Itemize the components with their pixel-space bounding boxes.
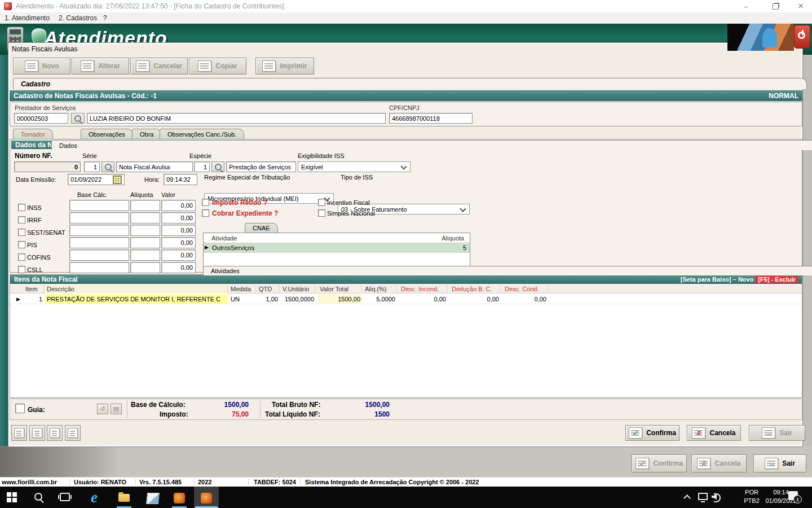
- calendar-icon[interactable]: [113, 176, 122, 184]
- especie-search-button[interactable]: [211, 161, 224, 172]
- medida-cell: UN: [229, 294, 256, 304]
- base-field[interactable]: [69, 212, 129, 224]
- hora-field[interactable]: 09:14:32: [164, 174, 197, 185]
- serie-search-button[interactable]: [102, 161, 114, 172]
- sair-button-inner[interactable]: → Sair: [749, 425, 805, 441]
- outer-confirma-button[interactable]: ✓ Confirma: [632, 454, 687, 472]
- menu-help[interactable]: ?: [103, 14, 107, 22]
- app-orange-active-taskbar-button[interactable]: [194, 487, 219, 508]
- valor-field[interactable]: 0,00: [161, 225, 196, 236]
- valor-field[interactable]: 0,00: [161, 249, 196, 261]
- tab-cadastro[interactable]: Cadastro: [13, 78, 807, 89]
- print-guia-button[interactable]: ▤: [111, 404, 122, 414]
- copiar-button[interactable]: Copiar: [189, 58, 246, 75]
- tab-observacoes[interactable]: Observações: [81, 129, 133, 139]
- network-tray-icon[interactable]: [698, 493, 708, 500]
- guia-checkbox[interactable]: [15, 404, 25, 413]
- explorer-taskbar-button[interactable]: [114, 489, 134, 508]
- language-indicator[interactable]: POR PTB2: [742, 488, 761, 506]
- base-field[interactable]: [69, 262, 129, 273]
- tab-atividades[interactable]: Atividades: [203, 266, 812, 275]
- prestador-code-field[interactable]: 000002503: [14, 113, 68, 124]
- base-field[interactable]: [69, 249, 129, 261]
- valor-field[interactable]: 0,00: [161, 212, 196, 224]
- restore-button[interactable]: [762, 0, 788, 12]
- tab-obra[interactable]: Obra: [132, 129, 161, 139]
- nav-prev-button[interactable]: [29, 425, 45, 441]
- outer-confirma-icon: ✓: [636, 458, 649, 469]
- irrf-checkbox[interactable]: [18, 216, 25, 224]
- itens-panel: Itens da Nota Fiscal [Seta para Baixo] –…: [10, 274, 802, 398]
- sest-checkbox[interactable]: [18, 229, 25, 236]
- numero-nf-field[interactable]: 0: [14, 161, 81, 172]
- item-row[interactable]: ▶ 1 PRESTAÇÃO DE SERVIÇOS DE MONITOR I, …: [10, 294, 802, 304]
- confirma-button[interactable]: ✓ Confirma: [625, 425, 679, 441]
- refresh-guia-button[interactable]: ↺: [97, 404, 108, 414]
- minimize-button[interactable]: –: [733, 0, 759, 12]
- aliquota-field[interactable]: [130, 237, 160, 248]
- exigibilidade-select[interactable]: Exigível: [298, 161, 411, 172]
- power-button[interactable]: [794, 25, 810, 49]
- imprimir-button[interactable]: Imprimir: [255, 58, 314, 75]
- alterar-button[interactable]: Alterar: [72, 58, 129, 75]
- cpf-field[interactable]: 46668987000118: [389, 113, 473, 124]
- aliquota-field[interactable]: [130, 212, 160, 224]
- valor-field[interactable]: 0,00: [161, 237, 196, 248]
- especie-field[interactable]: 1: [194, 161, 210, 172]
- prestador-search-button[interactable]: [71, 113, 85, 124]
- prestador-name-field[interactable]: LUZIA RIBEIRO DO BONFIM: [87, 113, 386, 124]
- tab-tomador[interactable]: Tomador: [13, 129, 53, 139]
- serie-desc-field[interactable]: Nota Fiscal Avulsa: [116, 161, 193, 172]
- nav-first-button[interactable]: [11, 425, 27, 441]
- close-button[interactable]: ×: [789, 0, 812, 12]
- inss-checkbox[interactable]: [18, 204, 25, 211]
- aliquota-field[interactable]: [130, 249, 160, 261]
- ie-taskbar-button[interactable]: e: [86, 489, 103, 506]
- atividades-grid: Atividade Aliquota ▶ OutrosServiços 5: [203, 233, 470, 269]
- cofins-checkbox[interactable]: [18, 253, 25, 261]
- imposto-retido-checkbox[interactable]: [202, 199, 209, 206]
- nav-next-button[interactable]: [47, 425, 63, 441]
- outer-cancela-button[interactable]: ✗ Cancela: [691, 454, 747, 472]
- item-cell: 1: [24, 294, 44, 304]
- valor-field[interactable]: 0,00: [161, 200, 196, 211]
- cancelar-button[interactable]: Cancelar: [130, 58, 188, 75]
- aliquota-field[interactable]: [130, 225, 160, 236]
- valor-field[interactable]: 0,00: [161, 262, 196, 273]
- taskbar-search-button[interactable]: [34, 492, 44, 502]
- menu-cadastros[interactable]: 2. Cadastros: [59, 14, 97, 22]
- tray-chevron-button[interactable]: [683, 494, 691, 500]
- cancela-button[interactable]: ✗ Cancela: [687, 425, 741, 441]
- base-field[interactable]: [69, 200, 129, 211]
- start-button[interactable]: [7, 492, 17, 502]
- status-versao: Vrs. 7.5.15.485: [139, 479, 182, 485]
- outer-sair-button[interactable]: → Sair: [753, 454, 806, 472]
- especie-desc-field[interactable]: Prestação de Serviços: [226, 161, 296, 172]
- atividade-row[interactable]: ▶ OutrosServiços 5: [204, 243, 470, 253]
- serie-field[interactable]: 1: [84, 161, 100, 172]
- csll-checkbox[interactable]: [18, 266, 25, 273]
- task-view-button[interactable]: [60, 493, 70, 501]
- menu-atendimento[interactable]: 1. Atendimento: [5, 14, 50, 22]
- base-field[interactable]: [69, 237, 129, 248]
- search-icon: [215, 164, 222, 170]
- aliquota-field[interactable]: [130, 262, 160, 273]
- aliquota-field[interactable]: [130, 200, 160, 211]
- app-orange-taskbar-button[interactable]: [169, 489, 189, 508]
- tab-observacoes-canc[interactable]: Observações Canc./Sub.: [160, 129, 244, 139]
- data-emissao-field[interactable]: 01/09/2022: [68, 174, 125, 185]
- simples-nacional-checkbox[interactable]: [318, 209, 325, 217]
- nav-last-button[interactable]: [65, 425, 81, 441]
- cobrar-expediente-checkbox[interactable]: [202, 209, 209, 217]
- volume-tray-icon[interactable]: [712, 492, 722, 501]
- notification-center-button[interactable]: 1: [788, 491, 802, 503]
- base-field[interactable]: [69, 225, 129, 236]
- tab-cnae[interactable]: CNAE: [245, 223, 278, 233]
- app-blue-taskbar-button[interactable]: [142, 489, 162, 508]
- pis-checkbox[interactable]: [18, 241, 25, 248]
- tab-dados[interactable]: Dados: [51, 140, 812, 150]
- novo-button[interactable]: Novo: [13, 58, 70, 75]
- itens-section-bar: Itens da Nota Fiscal [Seta para Baixo] –…: [10, 275, 802, 284]
- base-calculo-value: 1500,00: [191, 401, 249, 409]
- incentivo-fiscal-checkbox[interactable]: [318, 199, 325, 206]
